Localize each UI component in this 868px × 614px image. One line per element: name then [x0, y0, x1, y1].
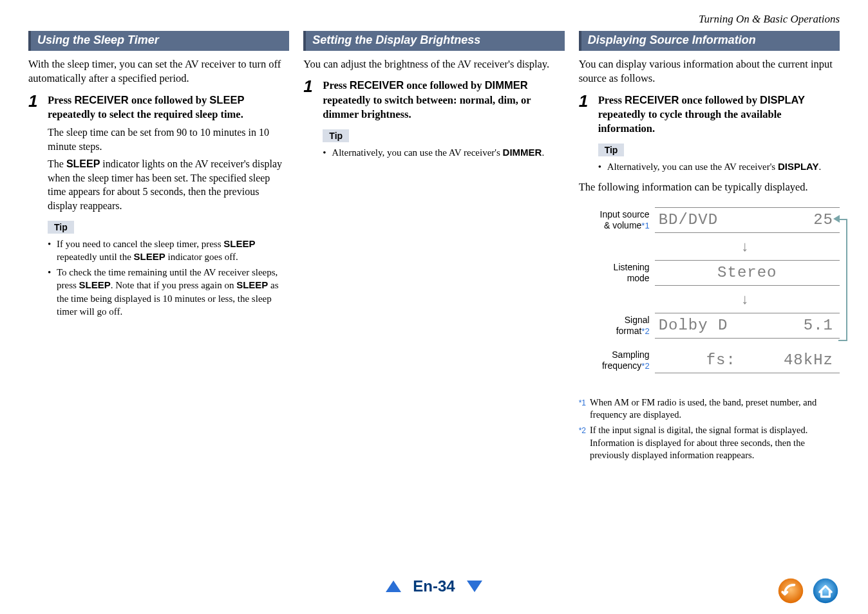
footnotes: *1 When AM or FM radio is used, the band… [579, 396, 840, 462]
lcd-text-left: BD/DVD [659, 211, 814, 228]
home-icon[interactable] [811, 577, 840, 605]
display-label: Sampling frequency*2 [579, 349, 650, 371]
footnote-1: *1 When AM or FM radio is used, the band… [579, 396, 840, 422]
intro-source-info: You can display various information abou… [579, 57, 840, 86]
key-dimmer: DIMMER [485, 79, 528, 91]
footnote-ref-1: *1 [641, 221, 649, 230]
loop-line [838, 219, 847, 341]
column-source-info: Displaying Source Information You can di… [579, 31, 840, 465]
display-row-signal-format: Signal format*2 Dolby D 5.1 [579, 313, 840, 339]
column-sleep-timer: Using the Sleep Timer With the sleep tim… [28, 31, 289, 465]
lcd-screen: BD/DVD 25 [655, 207, 840, 233]
heading-brightness: Setting the Display Brightness [303, 31, 564, 51]
lcd-screen: fs: 48kHz [655, 348, 840, 373]
key-sleep: SLEEP [79, 279, 111, 290]
back-icon[interactable] [777, 577, 805, 605]
key-sleep: SLEEP [134, 251, 165, 262]
tip-label: Tip [598, 144, 625, 156]
tip-item: Alternatively, you can use the AV receiv… [323, 146, 564, 159]
page-indicator: En-34 [386, 577, 482, 595]
page-number: En-34 [413, 577, 455, 595]
lcd-screen: Dolby D 5.1 [655, 313, 840, 339]
tip-list: Alternatively, you can use the AV receiv… [598, 160, 840, 173]
key-sleep: SLEEP [209, 94, 244, 106]
key-receiver: RECEIVER [625, 94, 679, 106]
svg-point-1 [813, 579, 838, 604]
key-dimmer: DIMMER [503, 147, 542, 158]
display-row-sampling-frequency: Sampling frequency*2 fs: 48kHz [579, 348, 840, 373]
display-row-input-source: Input source & volume*1 BD/DVD 25 [579, 207, 840, 233]
tip-item: To check the time remaining until the AV… [48, 266, 289, 318]
step-number: 1 [28, 93, 41, 109]
page-footer: En-34 [0, 570, 868, 602]
intro-brightness: You can adjust the brightness of the AV … [303, 57, 564, 71]
footnote-2: *2 If the input signal is digital, the s… [579, 424, 840, 462]
tip-item: If you need to cancel the sleep timer, p… [48, 237, 289, 264]
key-sleep: SLEEP [223, 238, 255, 249]
lcd-screen: Stereo [655, 260, 840, 286]
display-label: Input source & volume*1 [579, 209, 650, 231]
display-diagram: Input source & volume*1 BD/DVD 25 ↓ List… [579, 207, 840, 339]
display-label: Signal format*2 [579, 315, 650, 337]
lcd-text-right: 5.1 [804, 317, 836, 334]
step-1-sleep: 1 Press RECEIVER once followed by SLEEP … [28, 93, 289, 321]
footnote-marker: *1 [579, 396, 586, 422]
tip-list: Alternatively, you can use the AV receiv… [323, 146, 564, 159]
lcd-text-left: Dolby D [659, 317, 804, 334]
footnote-ref-2: *2 [641, 326, 649, 336]
footnote-text: If the input signal is digital, the sign… [590, 424, 840, 462]
step-instruction: Press RECEIVER once followed by SLEEP re… [48, 93, 289, 122]
step-number: 1 [303, 78, 316, 95]
display-row-listening-mode: Listening mode Stereo [579, 260, 840, 286]
tip-list: If you need to cancel the sleep timer, p… [48, 237, 289, 319]
following-info-text: The following information can be typical… [579, 180, 840, 194]
key-sleep: SLEEP [236, 279, 268, 290]
display-row-sampling-frequency-wrap: Sampling frequency*2 fs: 48kHz [579, 348, 840, 373]
tip-label: Tip [323, 129, 349, 142]
lcd-text-left: fs: [659, 351, 784, 369]
step-sub-2: The SLEEP indicator lights on the AV rec… [48, 157, 289, 212]
key-receiver: RECEIVER [350, 79, 404, 91]
step-1-source-info: 1 Press RECEIVER once followed by DISPLA… [579, 93, 840, 176]
lcd-text-right: 48kHz [784, 351, 836, 369]
footnote-text: When AM or FM radio is used, the band, p… [590, 396, 840, 422]
lcd-text-right: 25 [813, 211, 836, 228]
key-sleep: SLEEP [66, 158, 100, 169]
svg-point-0 [778, 579, 804, 604]
lcd-text-center: Stereo [717, 264, 777, 281]
next-page-icon[interactable] [467, 581, 482, 592]
key-display: DISPLAY [760, 94, 805, 106]
footnote-ref-2: *2 [641, 361, 649, 371]
arrow-down-icon: ↓ [655, 238, 835, 255]
arrow-down-icon: ↓ [655, 291, 835, 308]
column-brightness: Setting the Display Brightness You can a… [303, 31, 564, 465]
tip-label: Tip [48, 221, 74, 234]
intro-sleep-timer: With the sleep timer, you can set the AV… [28, 57, 289, 86]
display-label: Listening mode [579, 262, 650, 284]
step-instruction: Press RECEIVER once followed by DISPLAY … [598, 93, 840, 136]
step-number: 1 [579, 93, 592, 109]
key-display: DISPLAY [778, 161, 819, 172]
key-receiver: RECEIVER [74, 94, 128, 106]
footnote-marker: *2 [579, 424, 586, 462]
step-sub-1: The sleep time can be set from 90 to 10 … [48, 126, 289, 153]
tip-item: Alternatively, you can use the AV receiv… [598, 160, 840, 173]
breadcrumb: Turning On & Basic Operations [28, 13, 840, 26]
step-instruction: Press RECEIVER once followed by DIMMER r… [323, 78, 564, 122]
prev-page-icon[interactable] [386, 581, 401, 592]
heading-source-info: Displaying Source Information [579, 31, 840, 51]
step-1-brightness: 1 Press RECEIVER once followed by DIMMER… [303, 78, 564, 162]
heading-sleep-timer: Using the Sleep Timer [28, 31, 289, 51]
